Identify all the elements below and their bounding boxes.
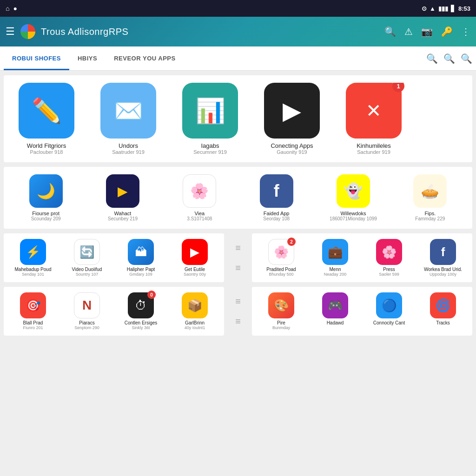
home-icon: ⌂ (6, 5, 9, 12)
list-item[interactable]: 👻 Willewdoks 1860071Mionday 1099 (317, 174, 390, 221)
list-item[interactable]: 🌀 Tracks (417, 292, 469, 330)
app-name: Iagabs (201, 142, 219, 149)
list-item[interactable]: ⏱ 0 Contlen Ersiges Sinkly 36t (115, 292, 166, 330)
app-name: Contlen Ersiges (125, 320, 158, 325)
dot-icon: ● (13, 5, 17, 12)
app-icon-kinhumileles: ✕ (346, 83, 402, 139)
app-icon-fiourse: 🌙 (29, 174, 63, 208)
app-icon-wahact: ▶ (106, 174, 139, 208)
app-name: GarlBrinn (185, 320, 205, 325)
app-sub: Senptom 290 (74, 325, 99, 330)
app-bar: ☰ Trous AdlisonrgRPS 🔍 ⚠ 📷 🔑 ⋮ (0, 17, 476, 46)
camera-icon[interactable]: 📷 (421, 26, 433, 37)
row2-section: 🌙 Fiourse prot Scounday 209 ▶ Wahact Sec… (4, 167, 472, 229)
list-item[interactable]: ⚡ Mahebadup Poud Senday 101 (7, 239, 59, 277)
app-icon-messenger: ⚡ (20, 239, 46, 265)
wifi-icon: ▲ (430, 5, 436, 12)
app-icon-viea: 🌸 (183, 174, 216, 208)
app-name: Conecting Apps (271, 142, 313, 149)
list-item[interactable]: 🎮 Hadawd (310, 292, 361, 330)
badge: 2 (287, 238, 296, 246)
app-sub: Fammday 229 (415, 216, 445, 221)
app-name: Connocity Cant (373, 320, 405, 325)
app-sub: Seorday 108 (263, 216, 290, 221)
app-icon-piaracs: N (74, 292, 100, 318)
list-item[interactable]: ▶ Wahact Secunbey 219 (86, 174, 159, 221)
list-item[interactable]: 🏔 Halipher Papt Gmdary 109 (115, 239, 166, 277)
list-item[interactable]: ▶ Get Eutile Saontry 00y (169, 239, 220, 277)
tab-hbiys[interactable]: HBIYS (69, 46, 106, 70)
app-sub: Sactunder 919 (357, 149, 390, 155)
app-sub: Secunbey 219 (108, 216, 138, 221)
badge: 0 (147, 291, 156, 299)
tab-bar: ROBUI SHOFES HBIYS REVEOR YOU APPS 🔍 🔍 🔍 (0, 46, 476, 71)
app-name: Get Eutile (185, 267, 205, 272)
app-sub: Fiunro 201 (23, 325, 43, 330)
list-item[interactable]: 🌸 Viea 3.S1071408 (163, 174, 236, 221)
hamburger-menu-icon[interactable]: ☰ (6, 26, 15, 38)
list-item[interactable]: f Faided App Seorday 108 (240, 174, 313, 221)
tab-search-icon-2[interactable]: 🔍 (443, 53, 455, 64)
grid-row-2: 🌙 Fiourse prot Scounday 209 ▶ Wahact Sec… (9, 174, 467, 221)
badge: 1 (392, 83, 404, 92)
list-item[interactable]: 🎨 Pire Bunmday (256, 292, 307, 330)
app-sub: Paclouber 918 (30, 149, 63, 155)
app-icon-pradited: 🌸 2 (268, 239, 294, 265)
list-item[interactable]: 💼 Menn Neaday 200 (310, 239, 361, 277)
list-item[interactable]: N Piaracs Senptom 290 (61, 292, 112, 330)
app-sub: Scounday 209 (31, 216, 61, 221)
app-title: Trous AdlisonrgRPS (41, 26, 379, 37)
search-icon[interactable]: 🔍 (384, 26, 396, 37)
app-sub: Gmdary 109 (129, 272, 152, 277)
list-item[interactable]: ✏️ World Fitgriors Paclouber 918 (9, 83, 84, 155)
app-name: Fips. (424, 211, 436, 216)
list-item[interactable]: ▶ Conecting Apps Gauonity 919 (255, 83, 329, 155)
app-name: Fiourse prot (32, 211, 60, 216)
tab-search-icon-1[interactable]: 🔍 (426, 53, 438, 64)
app-name: Press (383, 267, 395, 272)
list-item[interactable]: 📦 GarlBrinn 40y Ioutnt1 (169, 292, 220, 330)
app-sub: Bhunday 500 (269, 272, 293, 277)
more-icon[interactable]: ⋮ (461, 26, 470, 37)
app-sub: Neaday 200 (324, 272, 347, 277)
alert-icon[interactable]: ⚠ (404, 26, 413, 37)
list-item[interactable]: 🥧 Fips. Fammday 229 (394, 174, 467, 221)
list-item[interactable]: 🌸 Press Saoler 599 (364, 239, 415, 277)
app-name: Kinhumileles (357, 142, 391, 149)
status-bar: ⌂ ● ⊙ ▲ ▮▮▮ ▋ 8:53 (0, 0, 476, 17)
sim-icon: ⊙ (422, 5, 427, 12)
bottom-left-1: ⚡ Mahebadup Poud Senday 101 🔄 Video Duoi… (4, 233, 224, 282)
key-icon[interactable]: 🔑 (441, 26, 453, 37)
app-sub: Saatruder 919 (112, 149, 145, 155)
app-icon-contlen: ⏱ 0 (128, 292, 154, 318)
app-icon-fips: 🥧 (413, 174, 447, 208)
app-name: Menn (329, 267, 341, 272)
list-item[interactable]: 📊 Iagabs Secumner 919 (173, 83, 247, 155)
list-item[interactable]: 🔄 Video Duoiifud Sountry 107 (61, 239, 112, 277)
tab-robui-shofes[interactable]: ROBUI SHOFES (4, 46, 69, 70)
app-name: Pire (277, 320, 285, 325)
tab-reveor-apps[interactable]: REVEOR YOU APPS (106, 46, 184, 70)
app-name: Tracks (436, 320, 450, 325)
app-icon-youtube: ▶ (182, 239, 208, 265)
list-item[interactable]: ✉️ Undors Saatruder 919 (91, 83, 165, 155)
app-icon-iagabs: 📊 (182, 83, 238, 139)
app-name: Workea Brad Urid. (424, 267, 462, 272)
list-item[interactable]: 🔵 Connocity Cant (364, 292, 415, 330)
app-sub: Senday 101 (22, 272, 44, 277)
list-item[interactable]: 🌸 2 Pradited Poad Bhunday 500 (256, 239, 307, 277)
list-item[interactable]: ✕ 1 Kinhumileles Sactunder 919 (337, 83, 411, 155)
app-icon-willewdoks: 👻 (337, 174, 370, 208)
app-icon-pire: 🎨 (268, 292, 294, 318)
list-item[interactable]: 🌙 Fiourse prot Scounday 209 (9, 174, 82, 221)
app-name: Pradited Poad (266, 267, 296, 272)
list-item[interactable]: f Workea Brad Urid. Uppoday 100y (417, 239, 469, 277)
app-icon-garlbrinn: 📦 (182, 292, 208, 318)
tab-search-icon-3[interactable]: 🔍 (461, 53, 472, 64)
app-name: World Fitgriors (27, 142, 66, 149)
app-icon-connocity: 🔵 (376, 292, 402, 318)
app-sub: Gauonity 919 (277, 149, 307, 155)
signal-icon: ▮▮▮ (438, 5, 448, 12)
list-item[interactable]: 🎯 Blall Prad Fiunro 201 (7, 292, 59, 330)
app-name: Viea (194, 211, 205, 216)
